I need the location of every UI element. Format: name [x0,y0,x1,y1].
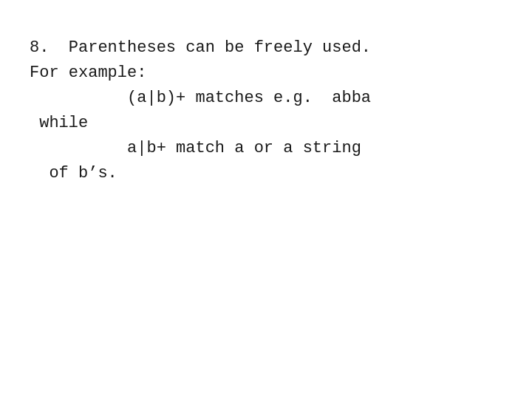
main-content: 8. Parentheses can be freely used. For e… [0,0,532,216]
line-6: of b’s. [30,161,502,186]
line-1: 8. Parentheses can be freely used. [30,35,502,61]
line-2: For example: [30,61,502,86]
line-5: a|b+ match a or a string [30,136,502,161]
line-4: while [30,111,502,136]
line-3: (a|b)+ matches e.g. abba [30,86,502,111]
